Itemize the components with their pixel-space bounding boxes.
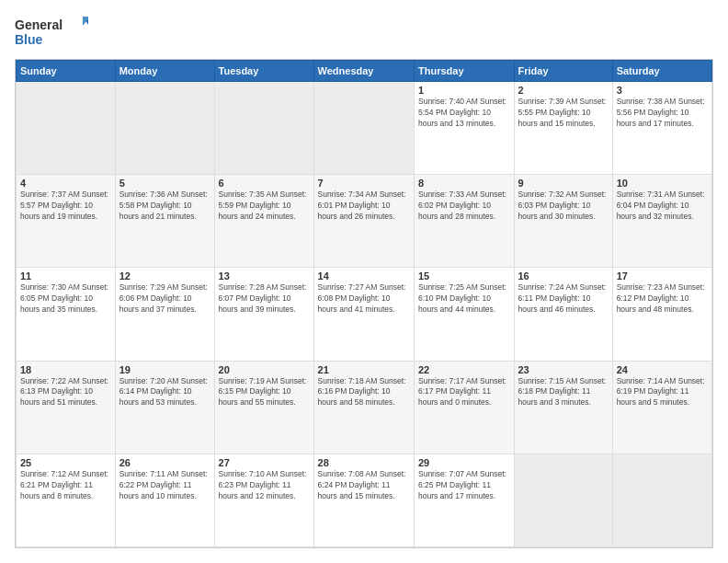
day-info: Sunrise: 7:10 AM Sunset: 6:23 PM Dayligh… <box>219 469 310 502</box>
day-number: 16 <box>518 270 609 282</box>
day-number: 17 <box>617 270 708 282</box>
calendar-cell: 9Sunrise: 7:32 AM Sunset: 6:03 PM Daylig… <box>514 175 612 268</box>
day-number: 1 <box>418 85 510 96</box>
weekday-header: Tuesday <box>214 61 313 82</box>
day-info: Sunrise: 7:39 AM Sunset: 5:55 PM Dayligh… <box>518 97 609 130</box>
day-number: 3 <box>617 85 708 96</box>
weekday-header: Thursday <box>415 61 515 82</box>
weekday-header: Friday <box>514 61 612 82</box>
day-info: Sunrise: 7:15 AM Sunset: 6:18 PM Dayligh… <box>518 376 609 409</box>
day-number: 10 <box>617 178 708 189</box>
day-info: Sunrise: 7:08 AM Sunset: 6:24 PM Dayligh… <box>318 469 410 502</box>
day-number: 27 <box>219 457 310 468</box>
day-number: 12 <box>119 270 210 282</box>
day-number: 20 <box>219 364 310 375</box>
day-info: Sunrise: 7:35 AM Sunset: 5:59 PM Dayligh… <box>219 190 310 223</box>
calendar-cell: 20Sunrise: 7:19 AM Sunset: 6:15 PM Dayli… <box>214 361 313 454</box>
logo-svg: General Blue <box>15 15 88 50</box>
logo: General Blue <box>15 15 88 50</box>
calendar-cell: 6Sunrise: 7:35 AM Sunset: 5:59 PM Daylig… <box>214 175 313 268</box>
day-number: 29 <box>418 457 510 468</box>
day-number: 28 <box>318 457 410 468</box>
day-number: 22 <box>418 364 510 375</box>
calendar-cell: 14Sunrise: 7:27 AM Sunset: 6:08 PM Dayli… <box>313 268 414 361</box>
day-number: 14 <box>318 270 410 282</box>
calendar-cell <box>612 454 711 546</box>
weekday-header: Saturday <box>612 61 711 82</box>
day-info: Sunrise: 7:37 AM Sunset: 5:57 PM Dayligh… <box>20 190 111 223</box>
calendar-cell <box>17 82 116 175</box>
day-info: Sunrise: 7:33 AM Sunset: 6:02 PM Dayligh… <box>418 190 510 223</box>
day-info: Sunrise: 7:27 AM Sunset: 6:08 PM Dayligh… <box>318 282 410 316</box>
calendar-cell: 26Sunrise: 7:11 AM Sunset: 6:22 PM Dayli… <box>115 454 214 546</box>
weekday-header: Wednesday <box>313 61 414 82</box>
calendar-cell: 4Sunrise: 7:37 AM Sunset: 5:57 PM Daylig… <box>17 175 116 268</box>
day-number: 2 <box>518 85 609 96</box>
day-info: Sunrise: 7:07 AM Sunset: 6:25 PM Dayligh… <box>418 469 510 502</box>
day-info: Sunrise: 7:28 AM Sunset: 6:07 PM Dayligh… <box>219 282 310 316</box>
calendar-grid: SundayMondayTuesdayWednesdayThursdayFrid… <box>15 59 713 548</box>
day-number: 11 <box>20 270 111 282</box>
day-number: 13 <box>219 270 310 282</box>
calendar-cell: 19Sunrise: 7:20 AM Sunset: 6:14 PM Dayli… <box>115 361 214 454</box>
calendar-cell: 29Sunrise: 7:07 AM Sunset: 6:25 PM Dayli… <box>415 454 515 546</box>
day-number: 5 <box>119 178 210 189</box>
day-info: Sunrise: 7:18 AM Sunset: 6:16 PM Dayligh… <box>318 376 410 409</box>
day-number: 24 <box>617 364 708 375</box>
day-info: Sunrise: 7:23 AM Sunset: 6:12 PM Dayligh… <box>617 282 708 316</box>
day-number: 15 <box>418 270 510 282</box>
calendar-cell: 7Sunrise: 7:34 AM Sunset: 6:01 PM Daylig… <box>313 175 414 268</box>
svg-text:Blue: Blue <box>15 32 43 47</box>
header: General Blue <box>15 15 713 50</box>
day-info: Sunrise: 7:11 AM Sunset: 6:22 PM Dayligh… <box>119 469 210 502</box>
day-info: Sunrise: 7:30 AM Sunset: 6:05 PM Dayligh… <box>20 282 111 316</box>
calendar-header: SundayMondayTuesdayWednesdayThursdayFrid… <box>17 61 712 82</box>
day-number: 26 <box>119 457 210 468</box>
calendar-cell: 2Sunrise: 7:39 AM Sunset: 5:55 PM Daylig… <box>514 82 612 175</box>
day-info: Sunrise: 7:12 AM Sunset: 6:21 PM Dayligh… <box>20 469 111 502</box>
calendar-cell: 16Sunrise: 7:24 AM Sunset: 6:11 PM Dayli… <box>514 268 612 361</box>
day-number: 6 <box>219 178 310 189</box>
day-number: 7 <box>318 178 410 189</box>
day-number: 23 <box>518 364 609 375</box>
calendar-week-row: 4Sunrise: 7:37 AM Sunset: 5:57 PM Daylig… <box>17 175 712 268</box>
calendar-cell: 12Sunrise: 7:29 AM Sunset: 6:06 PM Dayli… <box>115 268 214 361</box>
day-number: 8 <box>418 178 510 189</box>
calendar-cell: 13Sunrise: 7:28 AM Sunset: 6:07 PM Dayli… <box>214 268 313 361</box>
svg-text:General: General <box>15 17 63 32</box>
day-number: 21 <box>318 364 410 375</box>
day-info: Sunrise: 7:40 AM Sunset: 5:54 PM Dayligh… <box>418 97 510 130</box>
calendar-cell: 21Sunrise: 7:18 AM Sunset: 6:16 PM Dayli… <box>313 361 414 454</box>
calendar-cell: 3Sunrise: 7:38 AM Sunset: 5:56 PM Daylig… <box>612 82 711 175</box>
calendar-cell: 8Sunrise: 7:33 AM Sunset: 6:02 PM Daylig… <box>415 175 515 268</box>
day-number: 9 <box>518 178 609 189</box>
day-info: Sunrise: 7:14 AM Sunset: 6:19 PM Dayligh… <box>617 376 708 409</box>
day-number: 19 <box>119 364 210 375</box>
day-info: Sunrise: 7:31 AM Sunset: 6:04 PM Dayligh… <box>617 190 708 223</box>
calendar-cell <box>214 82 313 175</box>
day-info: Sunrise: 7:19 AM Sunset: 6:15 PM Dayligh… <box>219 376 310 409</box>
day-info: Sunrise: 7:17 AM Sunset: 6:17 PM Dayligh… <box>418 376 510 409</box>
day-info: Sunrise: 7:29 AM Sunset: 6:06 PM Dayligh… <box>119 282 210 316</box>
calendar-cell: 17Sunrise: 7:23 AM Sunset: 6:12 PM Dayli… <box>612 268 711 361</box>
calendar-cell: 28Sunrise: 7:08 AM Sunset: 6:24 PM Dayli… <box>313 454 414 546</box>
day-info: Sunrise: 7:32 AM Sunset: 6:03 PM Dayligh… <box>518 190 609 223</box>
day-info: Sunrise: 7:38 AM Sunset: 5:56 PM Dayligh… <box>617 97 708 130</box>
calendar-cell: 18Sunrise: 7:22 AM Sunset: 6:13 PM Dayli… <box>17 361 116 454</box>
day-number: 18 <box>20 364 111 375</box>
calendar-cell: 22Sunrise: 7:17 AM Sunset: 6:17 PM Dayli… <box>415 361 515 454</box>
calendar-cell: 1Sunrise: 7:40 AM Sunset: 5:54 PM Daylig… <box>415 82 515 175</box>
day-info: Sunrise: 7:34 AM Sunset: 6:01 PM Dayligh… <box>318 190 410 223</box>
calendar-cell: 5Sunrise: 7:36 AM Sunset: 5:58 PM Daylig… <box>115 175 214 268</box>
calendar-cell <box>313 82 414 175</box>
calendar-cell <box>514 454 612 546</box>
calendar-cell: 27Sunrise: 7:10 AM Sunset: 6:23 PM Dayli… <box>214 454 313 546</box>
day-info: Sunrise: 7:22 AM Sunset: 6:13 PM Dayligh… <box>20 376 111 409</box>
calendar-cell <box>115 82 214 175</box>
calendar-cell: 25Sunrise: 7:12 AM Sunset: 6:21 PM Dayli… <box>17 454 116 546</box>
day-info: Sunrise: 7:24 AM Sunset: 6:11 PM Dayligh… <box>518 282 609 316</box>
calendar-week-row: 25Sunrise: 7:12 AM Sunset: 6:21 PM Dayli… <box>17 454 712 546</box>
day-info: Sunrise: 7:25 AM Sunset: 6:10 PM Dayligh… <box>418 282 510 316</box>
weekday-header: Sunday <box>17 61 116 82</box>
calendar-week-row: 18Sunrise: 7:22 AM Sunset: 6:13 PM Dayli… <box>17 361 712 454</box>
